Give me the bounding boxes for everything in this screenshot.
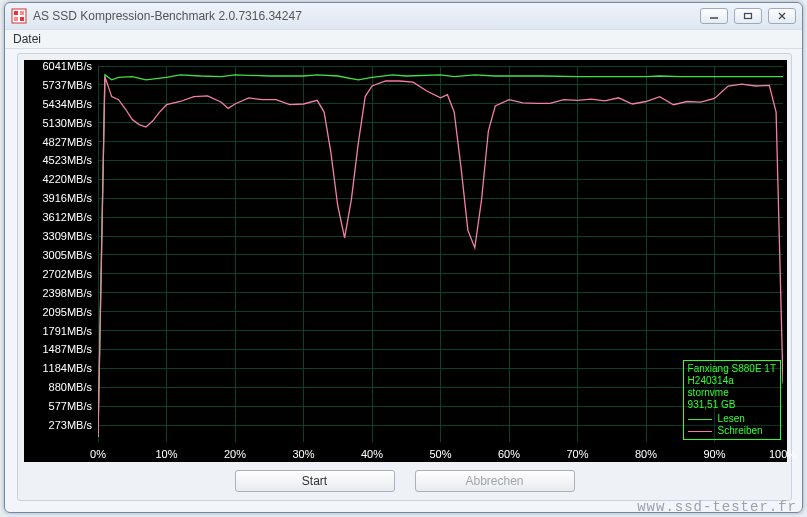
legend-read-label: Lesen xyxy=(718,413,745,425)
legend-write: Schreiben xyxy=(688,425,776,437)
svg-rect-2 xyxy=(20,11,24,15)
x-axis-tick-label: 10% xyxy=(155,448,177,460)
svg-rect-6 xyxy=(745,14,752,19)
y-axis-tick-label: 5130MB/s xyxy=(24,117,92,129)
abort-button: Abbrechen xyxy=(415,470,575,492)
x-axis-tick-label: 70% xyxy=(566,448,588,460)
x-axis-tick-label: 50% xyxy=(429,448,451,460)
y-axis-tick-label: 880MB/s xyxy=(24,381,92,393)
button-row: Start Abbrechen xyxy=(18,470,791,492)
x-axis-tick-label: 80% xyxy=(635,448,657,460)
y-axis-tick-label: 273MB/s xyxy=(24,419,92,431)
titlebar: AS SSD Kompression-Benchmark 2.0.7316.34… xyxy=(5,3,802,29)
device-firmware: H240314a xyxy=(688,375,776,387)
x-axis-tick-label: 60% xyxy=(498,448,520,460)
start-button[interactable]: Start xyxy=(235,470,395,492)
x-axis-tick-label: 90% xyxy=(703,448,725,460)
y-axis-tick-label: 1487MB/s xyxy=(24,343,92,355)
maximize-button[interactable] xyxy=(734,8,762,24)
device-info-box: Fanxiang S880E 1T H240314a stornvme 931,… xyxy=(683,360,781,440)
window-title: AS SSD Kompression-Benchmark 2.0.7316.34… xyxy=(33,9,302,23)
legend-write-label: Schreiben xyxy=(718,425,763,437)
window-controls xyxy=(700,8,796,24)
y-axis-tick-label: 3005MB/s xyxy=(24,249,92,261)
y-axis-tick-label: 577MB/s xyxy=(24,400,92,412)
x-axis-tick-label: 20% xyxy=(224,448,246,460)
legend-read: Lesen xyxy=(688,413,776,425)
content-panel: 273MB/s577MB/s880MB/s1184MB/s1487MB/s179… xyxy=(17,53,792,501)
x-axis-tick-label: 30% xyxy=(292,448,314,460)
y-axis-tick-label: 5434MB/s xyxy=(24,98,92,110)
y-axis-tick-label: 3916MB/s xyxy=(24,192,92,204)
x-axis-tick-label: 40% xyxy=(361,448,383,460)
y-axis-tick-label: 2095MB/s xyxy=(24,306,92,318)
y-axis-tick-label: 6041MB/s xyxy=(24,60,92,72)
plot-area xyxy=(98,66,783,442)
legend-read-line-icon xyxy=(688,419,712,420)
device-name: Fanxiang S880E 1T xyxy=(688,363,776,375)
y-axis-tick-label: 2398MB/s xyxy=(24,287,92,299)
y-axis-tick-label: 2702MB/s xyxy=(24,268,92,280)
x-axis-tick-label: 0% xyxy=(90,448,106,460)
app-window: AS SSD Kompression-Benchmark 2.0.7316.34… xyxy=(4,2,803,513)
watermark: www.ssd-tester.fr xyxy=(637,499,797,515)
close-button[interactable] xyxy=(768,8,796,24)
legend-write-line-icon xyxy=(688,431,712,432)
svg-rect-3 xyxy=(14,17,18,21)
y-axis-tick-label: 4523MB/s xyxy=(24,154,92,166)
gridlines xyxy=(98,66,783,442)
device-capacity: 931,51 GB xyxy=(688,399,776,411)
x-axis-labels: 0%10%20%30%40%50%60%70%80%90%100% xyxy=(24,444,787,462)
minimize-button[interactable] xyxy=(700,8,728,24)
y-axis-tick-label: 3612MB/s xyxy=(24,211,92,223)
svg-rect-4 xyxy=(20,17,24,21)
x-axis-tick-label: 100% xyxy=(769,448,797,460)
menu-file[interactable]: Datei xyxy=(13,32,41,46)
menubar: Datei xyxy=(5,29,802,49)
y-axis-tick-label: 5737MB/s xyxy=(24,79,92,91)
y-axis-tick-label: 3309MB/s xyxy=(24,230,92,242)
y-axis-tick-label: 4827MB/s xyxy=(24,136,92,148)
y-axis-tick-label: 1791MB/s xyxy=(24,325,92,337)
y-axis-tick-label: 1184MB/s xyxy=(24,362,92,374)
chart-area: 273MB/s577MB/s880MB/s1184MB/s1487MB/s179… xyxy=(24,60,787,462)
app-icon xyxy=(11,8,27,24)
device-driver: stornvme xyxy=(688,387,776,399)
y-axis-tick-label: 4220MB/s xyxy=(24,173,92,185)
svg-rect-1 xyxy=(14,11,18,15)
